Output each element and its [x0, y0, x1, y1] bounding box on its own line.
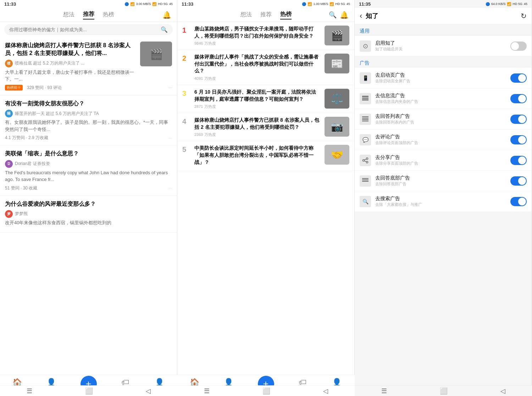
sys-nav-2: ☰ ⬜ ◁ [177, 385, 355, 396]
tab-rebang-1[interactable]: 热榜 [103, 10, 114, 19]
tab-rebang-2[interactable]: 热榜 [280, 10, 292, 20]
bell-icon-1[interactable]: 🔔 [162, 11, 171, 19]
tab-xianfa-1[interactable]: 想法 [63, 10, 74, 19]
hot-thumb-1: 🎬 [325, 26, 349, 45]
hot-item-1[interactable]: 1 唐山某路烧烤店，男子骚扰女子未果搜骂，随即动手打人，将受到哪些惩罚？出门在外… [177, 22, 354, 50]
back-button[interactable]: ‹ [360, 11, 362, 21]
hot-rank-5: 5 [182, 145, 191, 154]
toggle-share-ad[interactable] [510, 156, 527, 165]
svg-rect-6 [362, 121, 368, 121]
hot-title-2: 媒体评唐山打人事件「挑战了大众的安全感，需让施暴者付出沉重代价」，当社会秩序被挑… [194, 54, 321, 75]
bottom-nav-follow-1[interactable]: 👤 关注 [46, 378, 56, 385]
bottom-nav-member-2[interactable]: 🏷 会员 [299, 378, 306, 385]
toggle-search-ad[interactable] [510, 197, 527, 206]
feed-more-1[interactable]: ··· [168, 85, 172, 90]
settings-row-comment-ad[interactable]: 💬 去评论广告 去除评论页面顶部的广告 [355, 130, 532, 150]
svg-point-7 [366, 158, 368, 159]
bottom-nav-login-2[interactable]: 👤 未登录 [331, 378, 343, 385]
bottom-nav-home-2[interactable]: 🏠 首页 [190, 378, 199, 385]
tab-tuijian-2[interactable]: 推荐 [260, 10, 272, 19]
bottom-nav-plus-1[interactable]: + [81, 376, 97, 386]
sys-menu-2[interactable]: ☰ [204, 387, 210, 395]
bottom-nav-login-1[interactable]: 👤 未登录 [154, 378, 165, 385]
hot-list-2: 1 唐山某路烧烤店，男子骚扰女子未果搜骂，随即动手打人，将受到哪些惩罚？出门在外… [177, 22, 354, 385]
enable-icon: ⊙ [360, 40, 371, 52]
svg-rect-3 [362, 116, 368, 117]
search-input-1[interactable] [9, 27, 158, 32]
status-bar-3: 11:35 🔵 64.0 KB/S 📶 HD 5G 45 [355, 0, 532, 8]
hot-thumb-3: ⚖️ [325, 89, 349, 109]
toggle-comment-ad[interactable] [510, 135, 527, 144]
settings-row-search-ad[interactable]: 🔍 去搜索广告 去除「大家都在搜」与推广 [355, 191, 532, 212]
tab-xianfa-2[interactable]: 想法 [240, 10, 252, 19]
bottom-nav-plus-2[interactable]: + [258, 376, 274, 386]
settings-row-feed-ad[interactable]: 去信息流广告 去除信息流内夹杂的广告 [355, 88, 532, 109]
status-icons-3: 🔵 64.0 KB/S 📶 HD 5G 45 [486, 2, 527, 6]
hot-thumb-2: 📰 [325, 54, 349, 73]
login-icon-2: 👤 [332, 378, 342, 385]
tab-tuijian-1[interactable]: 推荐 [83, 10, 94, 20]
panel-1: 11:33 🔵 📶 3.00 MB/S 📶 HD 5G 45 想法 推荐 热榜 … [0, 0, 177, 396]
bottom-nav-follow-2[interactable]: 👤 关注 [224, 378, 233, 385]
hot-item-3[interactable]: 3 6 月 10 日吴亦凡强奸、聚众淫乱一案开庭，法院将依法择期宣判，庭审透露了… [177, 85, 354, 113]
feed-item-3[interactable]: 美联储「缩表」是什么意思？ D Dorian君 证券投资 The Fed's b… [0, 145, 177, 196]
svg-rect-13 [362, 180, 368, 180]
sys-home-2[interactable]: ⬜ [262, 387, 270, 395]
follow-icon-2: 👤 [224, 378, 233, 385]
sys-back-1[interactable]: ◁ [146, 387, 151, 395]
toggle-startup-ad[interactable] [510, 73, 527, 83]
hot-item-5[interactable]: 5 中美防长会谈比原定时间延长半小时，如何看待中方称「如果有人胆敢把台湾分裂出去… [177, 141, 354, 171]
toggle-feed-ad[interactable] [510, 94, 527, 103]
hot-content-1: 唐山某路烧烤店，男子骚扰女子未果搜骂，随即动手打人，将受到哪些惩罚？出门在外如何… [194, 26, 321, 46]
comment-ad-label: 去评论广告 [375, 134, 506, 140]
panel-2: 11:33 🔵 📶 1.00 MB/S 📶 HD 5G 45 想法 推荐 热榜 … [177, 0, 355, 396]
hot-item-2[interactable]: 2 媒体评唐山打人事件「挑战了大众的安全感，需让施暴者付出沉重代价」，当社会秩序… [177, 50, 354, 85]
hot-rank-2: 2 [182, 54, 191, 62]
hot-heat-2: 4091 万热度 [194, 76, 321, 81]
feed-more-3[interactable]: ··· [168, 186, 172, 191]
svg-rect-0 [362, 96, 368, 97]
feed-item-1[interactable]: 媒体称唐山烧烤店打人事件警方已抓获 8 名涉案人员，包括 2 名主要犯罪嫌疑人，… [0, 37, 177, 95]
home-icon-2: 🏠 [190, 378, 199, 385]
bottom-nav-home-1[interactable]: 🏠 首页 [12, 378, 22, 385]
settings-row-startup-ad[interactable]: 📱 去启动页广告 去除启动页全屏广告 [355, 68, 532, 88]
toggle-enable[interactable] [510, 42, 527, 51]
toggle-bottom-ad[interactable] [510, 176, 527, 186]
settings-row-answer-ad[interactable]: 去回答列表广告 去除回答列表内的广告 [355, 109, 532, 130]
feed-author-row-2: 睡 睡莲开的那一天 超过 5.6 万的用户关注了 TA [5, 110, 172, 117]
feed-ad-label: 去信息流广告 [375, 93, 506, 99]
feed-more-2[interactable]: ··· [168, 136, 172, 141]
feed-item-2[interactable]: 有没有一刻觉得女朋友很恶心？ 睡 睡莲开的那一天 超过 5.6 万的用户关注了 … [0, 95, 177, 145]
search-bar-1[interactable]: 🔍 [4, 24, 173, 35]
status-icons-1: 🔵 📶 3.00 MB/S 📶 HD 5G 45 [124, 2, 173, 6]
feed-ad-text: 去信息流广告 去除信息流内夹杂的广告 [375, 93, 506, 104]
feed-stats-2: 4.1 万赞同 · 2.9 万收藏 ··· [5, 135, 172, 141]
feed-ad-icon [360, 93, 371, 104]
nav-tabs-2: 想法 推荐 热榜 🔍 🔔 [177, 8, 354, 22]
feed-desc-3: The Fed's bureaucrats merely copy what J… [5, 169, 172, 183]
feed-item-4[interactable]: 为什么谷爱凌的风评最近变那么多？ 梦 梦梦熊 改开40年来像他这样东食西宿，锅里… [0, 196, 177, 233]
refresh-button[interactable]: ↻ [521, 12, 527, 20]
svg-rect-12 [362, 178, 368, 179]
search-icon-1[interactable]: 🔍 [161, 26, 168, 33]
sys-back-2[interactable]: ◁ [323, 387, 328, 395]
settings-row-enable[interactable]: ⊙ 启用知了 知了功能总开关 [355, 36, 532, 56]
sys-home-3[interactable]: ⬜ [440, 387, 448, 395]
bell-icon-2[interactable]: 🔔 [340, 11, 349, 19]
settings-row-bottom-ad[interactable]: 去回答底部广告 去除回答底部广告 [355, 171, 532, 191]
status-icons-2: 🔵 📶 1.00 MB/S 📶 HD 5G 45 [302, 2, 350, 6]
bottom-ad-text: 去回答底部广告 去除回答底部广告 [375, 175, 506, 187]
search-nav-icon-2[interactable]: 🔍 [329, 11, 337, 19]
bottom-nav-member-1[interactable]: 🏷 会员 [121, 378, 129, 385]
startup-ad-label: 去启动页广告 [375, 72, 506, 78]
sys-home-1[interactable]: ⬜ [85, 387, 93, 395]
toggle-answer-ad[interactable] [510, 115, 527, 124]
sys-back-3[interactable]: ◁ [500, 387, 505, 395]
hot-item-4[interactable]: 4 媒体称唐山烧烤店打人事件警方已抓获 8 名涉案人员，包括 2 名主要犯罪嫌疑… [177, 113, 354, 141]
share-ad-text: 去分享广告 去除分享页面顶部的广告 [375, 154, 506, 166]
sys-menu-1[interactable]: ☰ [27, 387, 32, 395]
sys-menu-3[interactable]: ☰ [381, 387, 387, 395]
settings-row-share-ad[interactable]: 去分享广告 去除分享页面顶部的广告 [355, 150, 532, 171]
bottom-nav-2: 🏠 首页 👤 关注 + 🏷 会员 👤 未登录 [177, 375, 355, 385]
svg-point-9 [366, 161, 368, 163]
